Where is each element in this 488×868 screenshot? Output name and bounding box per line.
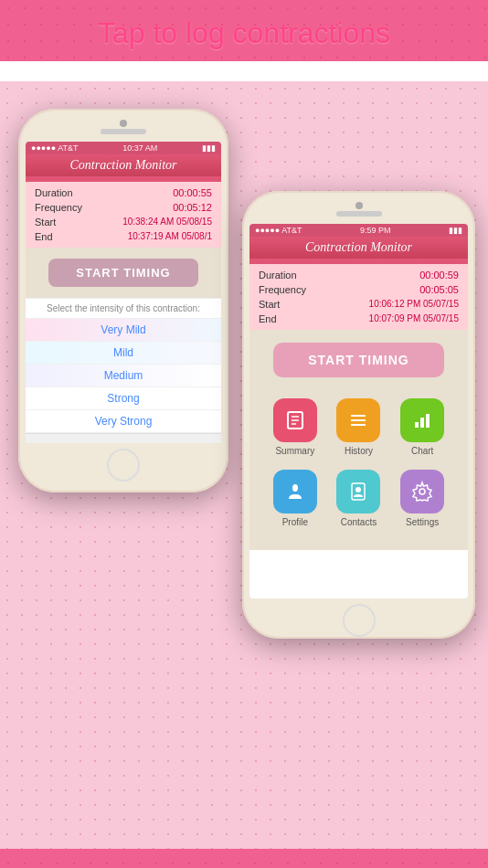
phone1-intensity-medium[interactable]: Medium: [26, 365, 221, 387]
phone1-home-btn[interactable]: [107, 449, 140, 482]
phone1-stats: Duration 00:00:55 Frequency 00:05:12 Sta…: [26, 182, 221, 248]
phone1-tab-home[interactable]: Home: [26, 434, 90, 443]
phone2-app-header: Contraction Monitor: [249, 237, 468, 259]
phone1-intensity-mild[interactable]: Mild: [26, 342, 221, 365]
phone2: ●●●●● AT&T 9:59 PM ▮▮▮ Contraction Monit…: [242, 191, 475, 639]
phone2-history-icon: [336, 398, 380, 442]
phone1-screen: ●●●●● AT&T 10:37 AM ▮▮▮ Contraction Moni…: [26, 142, 221, 443]
phone2-profile-icon: [273, 470, 317, 513]
phone2-history-label: History: [345, 446, 373, 456]
phone1: ●●●●● AT&T 10:37 AM ▮▮▮ Contraction Moni…: [18, 109, 228, 492]
phone2-time: 9:59 PM: [360, 226, 391, 235]
svg-rect-7: [415, 422, 419, 428]
phone1-intensity-header: Select the intensity of this contraction…: [26, 299, 221, 319]
phone2-end-label: End: [259, 313, 277, 324]
phone2-settings-icon-item[interactable]: Settings: [400, 470, 444, 527]
phone2-history-icon-item[interactable]: History: [336, 398, 380, 456]
phone2-duration-value: 00:00:59: [419, 270, 459, 281]
phone2-profile-icon-item[interactable]: Profile: [273, 470, 317, 527]
phone1-frequency-value: 00:05:12: [173, 202, 212, 213]
phone1-start-button[interactable]: START TIMING: [48, 259, 197, 287]
svg-point-12: [419, 489, 425, 494]
page-title: Tap to log contractions: [0, 0, 488, 61]
phone2-speaker: [336, 211, 382, 217]
phone1-duration-value: 00:00:55: [173, 187, 212, 198]
phone2-stats: Duration 00:00:59 Frequency 00:05:05 Sta…: [249, 264, 468, 330]
phone2-summary-icon-item[interactable]: Summary: [273, 398, 317, 456]
phone2-start-value: 10:06:12 PM 05/07/15: [369, 299, 459, 310]
phone1-speaker: [101, 129, 146, 134]
phone2-start-label: Start: [259, 299, 280, 310]
phone2-icons-grid: Summary History: [249, 389, 468, 550]
phone1-end-value: 10:37:19 AM 05/08/1: [128, 231, 212, 242]
phone2-duration-label: Duration: [259, 270, 297, 281]
phone1-tab-bar: Home Contacts Settings: [26, 433, 221, 443]
phone2-profile-label: Profile: [282, 517, 308, 527]
phone2-camera: [355, 202, 363, 209]
phone1-frequency-label: Frequency: [35, 202, 82, 213]
phone1-tab-contacts[interactable]: Contacts: [90, 434, 155, 443]
phone1-camera: [120, 120, 127, 127]
phone2-carrier: ●●●●● AT&T: [255, 226, 302, 235]
phone2-contacts-icon: [336, 470, 380, 513]
phone1-app-header: Contraction Monitor: [26, 154, 221, 176]
phone1-tab-settings[interactable]: Settings: [156, 434, 221, 443]
phones-area: ●●●●● AT&T 10:37 AM ▮▮▮ Contraction Moni…: [0, 81, 488, 849]
phone2-chart-icon-item[interactable]: Chart: [400, 398, 444, 456]
phone1-duration-label: Duration: [35, 187, 73, 198]
phone2-frequency-label: Frequency: [259, 284, 306, 295]
phone2-start-button[interactable]: START TIMING: [273, 343, 444, 377]
phone2-contacts-icon-item[interactable]: Contacts: [336, 470, 380, 527]
phone1-start-value: 10:38:24 AM 05/08/15: [122, 217, 212, 228]
phone1-intensity-very-strong[interactable]: Very Strong: [26, 410, 221, 433]
phone1-status-bar: ●●●●● AT&T 10:37 AM ▮▮▮: [26, 142, 221, 154]
phone2-status-bar: ●●●●● AT&T 9:59 PM ▮▮▮: [249, 224, 468, 237]
phone1-end-label: End: [35, 231, 53, 242]
phone1-intensity-picker: Select the intensity of this contraction…: [26, 298, 221, 443]
phone2-summary-icon: [273, 398, 317, 442]
lace-strip-top: [0, 61, 488, 81]
phone2-chart-label: Chart: [411, 446, 433, 456]
phone2-summary-label: Summary: [275, 446, 314, 456]
phone1-carrier: ●●●●● AT&T: [31, 143, 79, 153]
svg-rect-9: [426, 414, 430, 428]
phone2-battery: ▮▮▮: [449, 226, 462, 235]
phone2-end-value: 10:07:09 PM 05/07/15: [369, 313, 459, 324]
phone2-settings-icon: [400, 470, 444, 513]
phone2-home-btn[interactable]: [343, 604, 376, 637]
phone2-frequency-value: 00:05:05: [419, 284, 459, 295]
phone2-settings-label: Settings: [406, 517, 439, 527]
phone2-screen: ●●●●● AT&T 9:59 PM ▮▮▮ Contraction Monit…: [249, 224, 468, 598]
phone1-time: 10:37 AM: [122, 143, 157, 153]
phone1-intensity-very-mild[interactable]: Very Mild: [26, 319, 221, 342]
phone2-chart-icon: [400, 398, 444, 442]
phone1-intensity-strong[interactable]: Strong: [26, 387, 221, 410]
svg-point-11: [355, 487, 361, 492]
phone2-contacts-label: Contacts: [341, 517, 377, 527]
svg-rect-8: [420, 418, 424, 428]
phone1-start-area: START TIMING: [26, 248, 221, 298]
phone2-start-area: START TIMING: [249, 330, 468, 389]
phone1-battery: ▮▮▮: [202, 143, 216, 153]
phone1-start-label: Start: [35, 217, 56, 228]
